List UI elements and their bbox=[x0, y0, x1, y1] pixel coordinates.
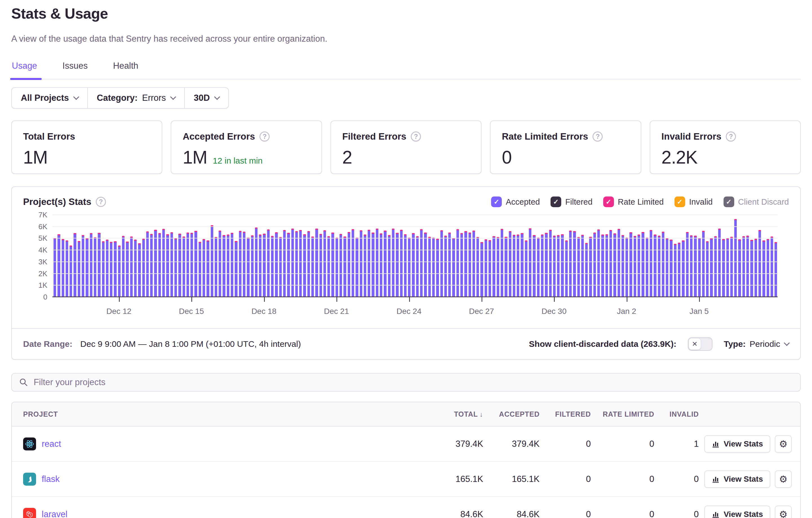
accepted-segment bbox=[533, 236, 535, 297]
accepted-segment bbox=[650, 231, 652, 297]
accepted-errors-card: Accepted Errors 1M 12 in last min bbox=[171, 121, 322, 174]
accepted-segment bbox=[775, 243, 777, 297]
accepted-segment bbox=[243, 233, 245, 297]
project-settings-button[interactable] bbox=[775, 470, 792, 488]
flask-project-icon bbox=[23, 473, 36, 486]
legend-filtered[interactable]: Filtered bbox=[551, 196, 592, 207]
x-axis-line bbox=[52, 297, 778, 297]
column-header-filtered[interactable]: Filtered bbox=[540, 410, 591, 418]
accepted-segment bbox=[468, 234, 471, 297]
category-filter-value: Errors bbox=[142, 93, 166, 103]
total-cell: 165.1K bbox=[431, 474, 483, 484]
x-axis-label: Dec 18 bbox=[251, 307, 277, 316]
column-header-total[interactable]: Total↓ bbox=[431, 410, 483, 418]
help-icon[interactable] bbox=[260, 131, 270, 142]
accepted-cell: 84.6K bbox=[483, 509, 540, 518]
accepted-segment bbox=[743, 237, 745, 297]
column-header-accepted[interactable]: Accepted bbox=[483, 410, 540, 418]
accepted-segment bbox=[686, 233, 689, 297]
column-header-rate-limited[interactable]: Rate Limited bbox=[591, 410, 654, 418]
accepted-segment bbox=[601, 236, 604, 297]
accepted-segment bbox=[626, 239, 628, 297]
filtered-cell: 0 bbox=[540, 474, 591, 484]
accepted-segment bbox=[142, 240, 145, 297]
help-icon[interactable] bbox=[96, 197, 106, 207]
project-link[interactable]: laravel bbox=[42, 509, 67, 518]
column-header-invalid[interactable]: Invalid bbox=[654, 410, 699, 418]
stat-cards: Total Errors 1M Accepted Errors 1M 12 in… bbox=[11, 121, 801, 174]
view-stats-button[interactable]: View Stats bbox=[704, 435, 770, 453]
accepted-segment bbox=[130, 238, 133, 297]
legend-rate-limited[interactable]: Rate Limited bbox=[603, 196, 664, 207]
checkbox-checked-icon bbox=[491, 196, 502, 207]
project-filter-dropdown[interactable]: All Projects bbox=[12, 88, 88, 108]
project-link[interactable]: react bbox=[42, 439, 61, 449]
search-input[interactable] bbox=[33, 377, 793, 387]
accepted-segment bbox=[460, 234, 463, 297]
card-value: 2.2K bbox=[662, 147, 698, 168]
legend-client-discard[interactable]: Client Discard bbox=[724, 196, 789, 207]
accepted-segment bbox=[86, 239, 88, 297]
card-title: Total Errors bbox=[23, 131, 75, 142]
accepted-segment bbox=[178, 235, 181, 297]
accepted-segment bbox=[408, 239, 410, 297]
legend-invalid[interactable]: Invalid bbox=[674, 196, 713, 207]
accepted-segment bbox=[106, 241, 109, 297]
accepted-segment bbox=[98, 234, 100, 297]
accepted-segment bbox=[110, 243, 112, 297]
accepted-segment bbox=[690, 237, 693, 297]
x-axis-label: Dec 27 bbox=[469, 307, 494, 316]
tab-issues[interactable]: Issues bbox=[62, 59, 88, 79]
accepted-segment bbox=[102, 242, 105, 297]
laravel-project-icon bbox=[23, 508, 36, 518]
help-icon[interactable] bbox=[411, 131, 421, 142]
accepted-segment bbox=[279, 238, 282, 297]
accepted-segment bbox=[646, 239, 648, 297]
x-axis-label: Jan 2 bbox=[617, 307, 636, 316]
accepted-segment bbox=[364, 236, 366, 297]
column-header-project: Project bbox=[12, 410, 431, 418]
accepted-segment bbox=[416, 237, 419, 297]
card-title: Invalid Errors bbox=[662, 131, 722, 142]
rate-limited-cell: 0 bbox=[591, 474, 654, 484]
help-icon[interactable] bbox=[726, 131, 736, 142]
help-icon[interactable] bbox=[592, 131, 603, 142]
view-stats-button[interactable]: View Stats bbox=[704, 470, 770, 488]
accepted-segment bbox=[340, 235, 342, 297]
accepted-segment bbox=[384, 232, 386, 297]
accepted-segment bbox=[597, 231, 600, 297]
accepted-segment bbox=[658, 237, 660, 297]
category-filter-dropdown[interactable]: Category: Errors bbox=[88, 88, 185, 108]
accepted-segment bbox=[726, 239, 729, 297]
gridline bbox=[52, 250, 778, 250]
project-link[interactable]: flask bbox=[42, 474, 60, 484]
project-settings-button[interactable] bbox=[775, 435, 792, 453]
gridline bbox=[52, 285, 778, 285]
view-stats-button[interactable]: View Stats bbox=[704, 506, 770, 518]
accepted-segment bbox=[162, 230, 165, 297]
accepted-segment bbox=[388, 236, 390, 297]
accepted-segment bbox=[239, 232, 241, 297]
filtered-cell: 0 bbox=[540, 509, 591, 518]
accepted-segment bbox=[271, 237, 273, 297]
accepted-segment bbox=[444, 237, 447, 297]
invalid-cell: 0 bbox=[654, 474, 699, 484]
accepted-segment bbox=[255, 228, 258, 297]
accepted-segment bbox=[344, 238, 346, 297]
accepted-segment bbox=[613, 235, 616, 297]
accepted-segment bbox=[730, 238, 733, 297]
period-filter-dropdown[interactable]: 30D bbox=[185, 88, 228, 108]
accepted-segment bbox=[706, 242, 708, 297]
tab-usage[interactable]: Usage bbox=[11, 59, 38, 79]
accepted-segment bbox=[436, 240, 439, 297]
y-axis-label: 5K bbox=[38, 234, 47, 243]
accepted-segment bbox=[694, 237, 696, 297]
type-dropdown[interactable]: Type: Periodic bbox=[724, 339, 789, 349]
client-discard-toggle[interactable] bbox=[688, 337, 713, 351]
project-settings-button[interactable] bbox=[775, 506, 792, 518]
legend-accepted[interactable]: Accepted bbox=[491, 196, 540, 207]
project-search bbox=[11, 373, 801, 392]
tab-health[interactable]: Health bbox=[112, 59, 139, 79]
accepted-segment bbox=[509, 232, 511, 297]
accepted-segment bbox=[501, 230, 503, 297]
